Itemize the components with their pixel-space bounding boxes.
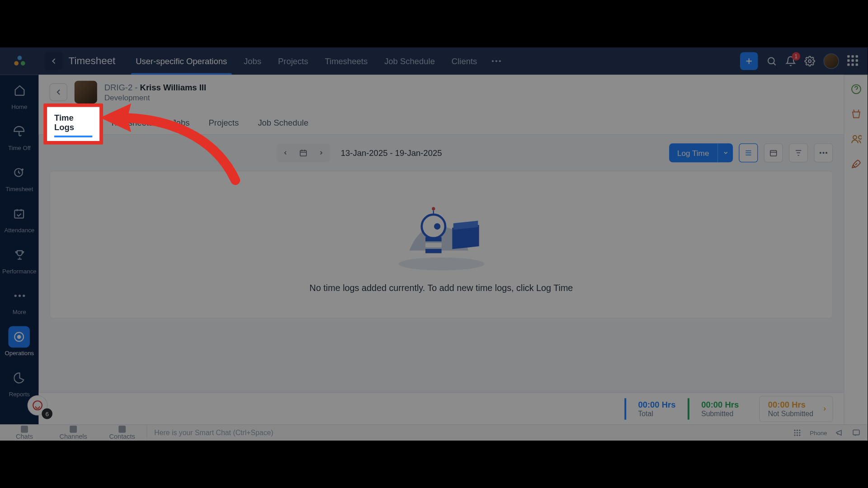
chevron-right-icon [318, 150, 324, 156]
people-button[interactable] [850, 133, 862, 145]
bottom-tab-contacts[interactable]: Contacts [98, 426, 146, 440]
dots-icon [14, 294, 25, 298]
module-switcher[interactable]: Timesheet [39, 52, 122, 70]
svg-point-41 [799, 435, 800, 436]
svg-rect-31 [425, 249, 441, 253]
apps-launcher[interactable] [847, 55, 859, 67]
total-label: Total [638, 409, 675, 418]
bottom-tab-label: Chats [16, 433, 33, 440]
sidebar-label: Time Off [8, 145, 31, 151]
svg-point-35 [799, 430, 800, 431]
submitted-hours: 00:00 Hrs [701, 400, 739, 409]
total-hours: 00:00 Hrs [638, 400, 675, 409]
tab-timesheets[interactable]: Timesheets [316, 47, 376, 75]
tab-user-specific-operations[interactable]: User-specific Operations [127, 47, 236, 75]
chat-icon[interactable] [852, 429, 860, 437]
date-range: 13-Jan-2025 - 19-Jan-2025 [341, 148, 442, 158]
left-sidebar: Home Time Off Timesheet Attendance Perfo… [0, 75, 39, 425]
sidebar-item-reports[interactable]: Reports [9, 367, 30, 398]
megaphone-icon[interactable] [835, 429, 844, 437]
user-back-button[interactable] [49, 83, 67, 101]
svg-point-11 [18, 295, 20, 297]
view-calendar-button[interactable] [764, 143, 783, 162]
tab-jobs[interactable]: Jobs [236, 47, 270, 75]
phone-label[interactable]: Phone [810, 429, 827, 436]
sidebar-label: Attendance [4, 227, 34, 233]
notifications-button[interactable]: 1 [785, 56, 796, 66]
settings-button[interactable] [804, 56, 815, 66]
search-button[interactable] [766, 56, 777, 66]
home-icon [14, 84, 25, 96]
sidebar-item-timeoff[interactable]: Time Off [8, 121, 31, 151]
filter-icon [794, 149, 802, 157]
tab-clients[interactable]: Clients [443, 47, 485, 75]
svg-point-25 [421, 214, 445, 238]
user-avatar[interactable] [823, 53, 839, 69]
sidebar-label: Home [11, 103, 27, 110]
view-list-button[interactable] [739, 143, 758, 162]
bottom-tab-chats[interactable]: Chats [0, 426, 49, 440]
empty-message: No time logs added currently. To add new… [310, 282, 573, 292]
sidebar-label: Operations [5, 350, 34, 357]
tab-job-schedule[interactable]: Job Schedule [376, 47, 443, 75]
date-picker[interactable] [294, 149, 312, 157]
sidebar-item-attendance[interactable]: Attendance [4, 203, 34, 233]
pie-icon [14, 372, 25, 384]
log-time-dropdown[interactable] [717, 143, 733, 162]
svg-point-0 [17, 56, 22, 60]
tab-projects[interactable]: Projects [270, 47, 317, 75]
empty-illustration [387, 196, 495, 273]
sidebar-label: More [13, 309, 26, 315]
channels-icon [70, 426, 77, 433]
sidebar-item-operations[interactable]: Operations [5, 326, 34, 357]
empty-state: No time logs added currently. To add new… [49, 171, 833, 319]
svg-rect-17 [300, 150, 307, 156]
list-icon [744, 149, 752, 157]
bottom-tab-channels[interactable]: Channels [49, 426, 98, 440]
svg-point-3 [491, 60, 493, 62]
bottom-tab-label: Contacts [109, 433, 135, 440]
svg-point-14 [18, 335, 21, 338]
contacts-icon [118, 426, 126, 433]
bottom-bar: Chats Channels Contacts Here is your Sma… [0, 424, 868, 441]
svg-point-1 [14, 61, 19, 66]
date-next[interactable] [312, 150, 330, 156]
bag-button[interactable] [850, 108, 862, 120]
summary-not-submitted[interactable]: 00:00 Hrs Not Submitted [759, 395, 833, 422]
arrow-left-icon [54, 88, 62, 96]
svg-rect-42 [853, 430, 859, 435]
dialpad-icon[interactable] [793, 429, 801, 437]
date-nav [276, 143, 330, 162]
filter-button[interactable] [789, 143, 808, 162]
summary-submitted: 00:00 Hrs Submitted [688, 398, 751, 419]
help-button[interactable] [850, 83, 862, 95]
sidebar-item-timesheet[interactable]: Timesheet [5, 162, 33, 192]
top-nav: Timesheet User-specific Operations Jobs … [0, 47, 868, 75]
tab-more[interactable] [486, 47, 507, 75]
svg-point-10 [14, 295, 16, 297]
right-rail [844, 75, 868, 425]
svg-point-6 [768, 57, 774, 64]
back-icon[interactable] [45, 52, 63, 70]
sidebar-item-performance[interactable]: Performance [2, 244, 36, 274]
svg-point-37 [797, 432, 798, 433]
add-button[interactable] [740, 52, 758, 70]
people-icon [850, 134, 861, 145]
sidebar-item-home[interactable]: Home [9, 80, 30, 110]
log-time-button[interactable]: Log Time [669, 143, 733, 162]
more-actions-button[interactable] [814, 143, 833, 162]
svg-point-39 [794, 435, 796, 436]
smart-chat-input[interactable]: Here is your Smart Chat (Ctrl+Space) [146, 425, 786, 441]
brand-logo[interactable] [0, 47, 39, 75]
not-submitted-label: Not Submitted [768, 409, 813, 418]
rocket-button[interactable] [850, 158, 862, 170]
subtab-job-schedule[interactable]: Job Schedule [258, 112, 308, 134]
date-prev[interactable] [276, 150, 294, 156]
submitted-label: Submitted [701, 409, 739, 418]
svg-point-19 [820, 152, 821, 154]
sidebar-item-more[interactable]: More [9, 285, 30, 315]
svg-point-4 [495, 60, 497, 62]
chat-float[interactable]: 6 [28, 395, 48, 416]
svg-rect-18 [770, 150, 777, 156]
chevron-left-icon [283, 150, 288, 156]
